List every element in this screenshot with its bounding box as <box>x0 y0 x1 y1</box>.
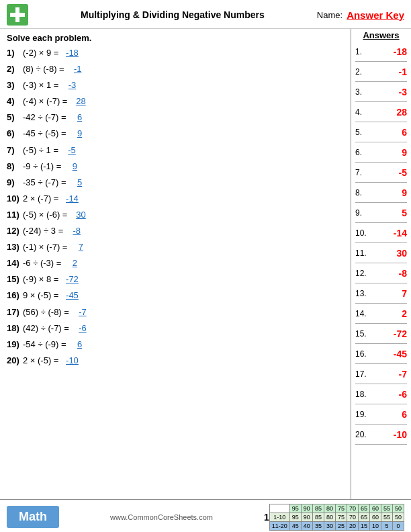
problem-number: 5) <box>7 110 23 125</box>
answer-blank: 9 <box>69 126 91 141</box>
problem-text: 2 × (-5) = <box>23 353 58 368</box>
problem-row: 6) -45 ÷ (-5) = 9 <box>7 126 344 141</box>
answer-number: 18. <box>355 390 370 399</box>
answer-number: 13. <box>355 289 370 298</box>
answer-row: 19. 6 <box>355 404 407 425</box>
score-cell: 40 <box>301 521 312 530</box>
problem-row: 11) (-5) × (-6) = 30 <box>7 208 344 222</box>
answer-number: 12. <box>355 269 370 278</box>
problem-text: (56) ÷ (-8) = <box>23 305 69 320</box>
score-header-cell: 55 <box>381 504 392 513</box>
problem-number: 4) <box>7 94 23 109</box>
answer-row: 2. -1 <box>355 62 407 82</box>
answer-key-label: Answer Key <box>347 9 404 21</box>
problem-text: -6 ÷ (-3) = <box>23 256 61 271</box>
answer-blank: 7 <box>70 240 91 255</box>
answer-value: 9 <box>370 147 407 158</box>
score-cell: 15 <box>358 521 369 530</box>
problem-number: 10) <box>7 191 23 206</box>
answer-value: 2 <box>370 308 407 319</box>
score-cell: 85 <box>312 513 324 521</box>
score-table: 959085807570656055501-109590858075706560… <box>269 504 404 531</box>
answer-row: 10. -14 <box>355 223 407 243</box>
problem-row: 4) (-4) × (-7) = 28 <box>7 94 344 109</box>
answer-value: -10 <box>370 429 407 440</box>
problem-number: 17) <box>7 305 23 320</box>
answer-row: 16. -45 <box>355 344 407 364</box>
score-header-cell: 65 <box>358 504 369 513</box>
answer-blank: -8 <box>66 224 87 238</box>
problem-text: (-4) × (-7) = <box>23 94 67 109</box>
answer-blank: -10 <box>61 353 83 368</box>
problem-number: 11) <box>7 208 23 222</box>
page-title: Multiplying & Dividing Negative Numbers <box>28 9 317 20</box>
problem-text: (8) ÷ (-8) = <box>23 62 64 77</box>
score-header-cell: 80 <box>324 504 335 513</box>
problem-row: 9) -35 ÷ (-7) = 5 <box>7 175 344 190</box>
answer-number: 9. <box>355 208 370 218</box>
problem-text: (-3) × 1 = <box>23 78 58 93</box>
score-cell: 35 <box>312 521 324 530</box>
problem-row: 20) 2 × (-5) = -10 <box>7 353 344 368</box>
problem-text: (-1) × (-7) = <box>23 240 67 255</box>
score-cell: 25 <box>335 521 347 530</box>
problems-section: Solve each problem. 1) (-2) × 9 = -18 2)… <box>0 29 351 499</box>
answer-number: 17. <box>355 369 370 379</box>
answer-blank: -7 <box>72 305 93 320</box>
problem-number: 1) <box>7 46 23 60</box>
answer-number: 7. <box>355 168 370 177</box>
score-range: 11-20 <box>269 521 289 530</box>
answers-column: Answers 1. -18 2. -1 3. -3 4. 28 5. 6 6.… <box>351 29 411 499</box>
answer-blank: -6 <box>72 321 93 336</box>
problem-text: (-9) × 8 = <box>23 272 58 287</box>
answer-row: 15. -72 <box>355 324 407 344</box>
answer-value: -14 <box>370 228 407 238</box>
answer-value: 6 <box>370 127 407 138</box>
answer-value: -18 <box>370 46 407 57</box>
answer-value: 7 <box>370 288 407 299</box>
score-cell: 50 <box>392 513 404 521</box>
answer-row: 1. -18 <box>355 42 407 62</box>
problem-row: 8) -9 ÷ (-1) = 9 <box>7 159 344 174</box>
logo-icon <box>7 4 28 26</box>
answer-blank: -72 <box>61 272 83 287</box>
score-header-cell: 50 <box>392 504 404 513</box>
problem-text: -35 ÷ (-7) = <box>23 175 66 190</box>
solve-heading: Solve each problem. <box>7 33 344 43</box>
problem-row: 13) (-1) × (-7) = 7 <box>7 240 344 255</box>
answer-number: 16. <box>355 349 370 359</box>
page-footer: Math www.CommonCoreSheets.com 1 95908580… <box>0 499 411 532</box>
svg-rect-2 <box>10 13 25 17</box>
score-header-cell: 75 <box>335 504 347 513</box>
score-cell: 0 <box>392 521 404 530</box>
problem-text: -45 ÷ (-5) = <box>23 126 66 141</box>
answer-row: 3. -3 <box>355 82 407 102</box>
score-cell: 65 <box>358 513 369 521</box>
answer-number: 11. <box>355 249 370 258</box>
answer-blank: 2 <box>64 256 85 271</box>
answers-list: 1. -18 2. -1 3. -3 4. 28 5. 6 6. 9 7. -5… <box>355 42 407 445</box>
problem-row: 1) (-2) × 9 = -18 <box>7 46 344 60</box>
problem-number: 9) <box>7 175 23 190</box>
problem-number: 19) <box>7 337 23 352</box>
page-header: Multiplying & Dividing Negative Numbers … <box>0 0 411 29</box>
answer-row: 14. 2 <box>355 304 407 324</box>
problem-text: (-5) ÷ 1 = <box>23 143 58 158</box>
score-header-cell: 95 <box>289 504 301 513</box>
answer-number: 8. <box>355 188 370 197</box>
score-cell: 75 <box>335 513 347 521</box>
score-cell: 90 <box>301 513 312 521</box>
answer-blank: -18 <box>61 46 83 60</box>
answer-row: 7. -5 <box>355 163 407 183</box>
problem-row: 7) (-5) ÷ 1 = -5 <box>7 143 344 158</box>
main-content: Solve each problem. 1) (-2) × 9 = -18 2)… <box>0 29 411 499</box>
answer-row: 8. 9 <box>355 183 407 203</box>
answer-number: 5. <box>355 128 370 137</box>
problem-text: 2 × (-7) = <box>23 191 58 206</box>
problem-number: 14) <box>7 256 23 271</box>
problem-text: (-5) × (-6) = <box>23 208 67 222</box>
answer-number: 15. <box>355 329 370 339</box>
answer-row: 6. 9 <box>355 142 407 163</box>
answer-row: 20. -10 <box>355 425 407 445</box>
answer-row: 17. -7 <box>355 364 407 384</box>
